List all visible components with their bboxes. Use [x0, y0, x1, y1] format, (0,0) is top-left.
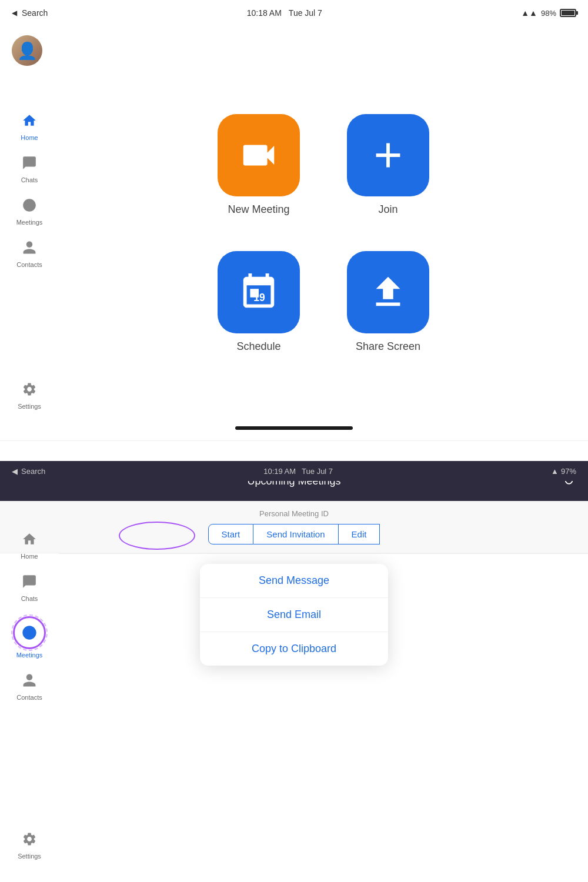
b-chats-label: Chats	[21, 595, 38, 602]
sidebar-item-settings[interactable]: Settings	[0, 375, 59, 417]
bottom-back-arrow: ◀	[12, 467, 18, 476]
join-label: Join	[378, 203, 397, 216]
battery-icon	[560, 9, 576, 17]
sidebar-b-settings[interactable]: Settings	[0, 824, 59, 867]
status-center: 10:18 AM Tue Jul 7	[247, 8, 322, 18]
screen-bottom: ◀ Search 10:19 AM Tue Jul 7 ▲ 97% Upcomi…	[0, 461, 588, 882]
sidebar-item-home[interactable]: Home	[0, 106, 59, 148]
sidebar-contacts-label: Contacts	[16, 261, 42, 268]
meetings-circle-annotation	[13, 616, 46, 649]
meeting-id-buttons: Start Send Invitation Edit	[71, 524, 517, 544]
bottom-date: Tue Jul 7	[302, 467, 333, 476]
edit-button[interactable]: Edit	[338, 524, 380, 544]
share-screen-label: Share Screen	[356, 340, 420, 353]
sidebar-b-contacts[interactable]: Contacts	[0, 666, 59, 708]
sidebar-chats-label: Chats	[21, 176, 38, 183]
meetings-icon	[22, 198, 37, 216]
meeting-id-section: Personal Meeting ID Start Send Invitatio…	[0, 501, 588, 553]
sidebar-b-meetings[interactable]: Meetings	[0, 609, 59, 666]
action-grid: New Meeting Join 19 Sc	[218, 114, 429, 353]
upload-icon	[368, 272, 409, 313]
sidebar-item-contacts[interactable]: Contacts	[0, 233, 59, 275]
sidebar-bottom-b: Settings	[0, 824, 59, 867]
calendar-icon: 19	[238, 272, 279, 313]
b-home-icon	[22, 532, 37, 550]
bottom-wifi-icon: ▲	[551, 467, 559, 476]
status-right: ▲▲ 98%	[521, 8, 576, 18]
sidebar-b-home[interactable]: Home	[0, 524, 59, 567]
avatar[interactable]	[12, 35, 42, 66]
camera-icon	[238, 135, 279, 176]
wifi-icon: ▲▲	[521, 8, 537, 18]
battery-pct: 98%	[541, 9, 556, 18]
schedule-label: Schedule	[236, 340, 280, 353]
status-left: ◀ Search	[12, 8, 48, 18]
bottom-back-label[interactable]: Search	[21, 467, 45, 476]
main-content-top: New Meeting Join 19 Sc	[59, 26, 588, 440]
bottom-status-left: ◀ Search	[12, 467, 45, 476]
join-icon-bg	[347, 114, 429, 196]
plus-icon	[368, 135, 409, 176]
status-bar-bottom: ◀ Search 10:19 AM Tue Jul 7 ▲ 97%	[0, 461, 588, 481]
status-date: Tue Jul 7	[289, 8, 322, 18]
new-meeting-icon-bg	[218, 114, 300, 196]
send-invitation-button[interactable]: Send Invitation	[253, 524, 338, 544]
schedule-button[interactable]: 19 Schedule	[218, 251, 300, 353]
avatar-image	[12, 35, 42, 66]
circle-annotation	[119, 522, 195, 550]
share-screen-button[interactable]: Share Screen	[347, 251, 429, 353]
send-message-item[interactable]: Send Message	[200, 564, 388, 598]
b-contacts-label: Contacts	[16, 694, 42, 701]
settings-icon	[22, 382, 37, 400]
sidebar-item-meetings[interactable]: Meetings	[0, 191, 59, 233]
b-meetings-icon	[21, 624, 38, 641]
sidebar-bottom-top: Settings	[0, 375, 59, 417]
bottom-battery: 97%	[561, 467, 576, 476]
start-button[interactable]: Start	[208, 524, 254, 544]
svg-text:19: 19	[253, 291, 265, 303]
b-meetings-label: Meetings	[16, 652, 43, 659]
sidebar-b-chats[interactable]: Chats	[0, 567, 59, 609]
sidebar-meetings-label: Meetings	[16, 219, 43, 226]
contacts-icon	[22, 240, 37, 259]
bottom-status-right: ▲ 97%	[551, 467, 576, 476]
b-home-label: Home	[21, 553, 38, 560]
b-contacts-icon	[22, 673, 37, 691]
sidebar-home-label: Home	[21, 134, 38, 141]
home-icon	[22, 113, 37, 132]
back-arrow-icon: ◀	[12, 9, 17, 17]
sidebar-settings-label: Settings	[18, 403, 41, 410]
sidebar-item-chats[interactable]: Chats	[0, 148, 59, 191]
b-settings-icon	[22, 831, 37, 850]
status-time: 10:18 AM	[247, 8, 282, 18]
join-button[interactable]: Join	[347, 114, 429, 216]
new-meeting-label: New Meeting	[228, 203, 289, 216]
copy-to-clipboard-item[interactable]: Copy to Clipboard	[200, 632, 388, 666]
home-indicator-top	[235, 426, 353, 430]
schedule-icon-bg: 19	[218, 251, 300, 333]
send-email-item[interactable]: Send Email	[200, 598, 388, 632]
divider	[59, 553, 588, 554]
b-chats-icon	[22, 574, 37, 593]
chats-icon	[22, 155, 37, 174]
personal-meeting-id-label: Personal Meeting ID	[259, 509, 329, 518]
meeting-id-area: Personal Meeting ID Start Send Invitatio…	[0, 501, 588, 553]
status-search-label[interactable]: Search	[22, 8, 48, 18]
share-screen-icon-bg	[347, 251, 429, 333]
b-settings-label: Settings	[18, 853, 41, 860]
status-bar-top: ◀ Search 10:18 AM Tue Jul 7 ▲▲ 98%	[0, 0, 588, 26]
screen-top: ◀ Search 10:18 AM Tue Jul 7 ▲▲ 98% Home	[0, 0, 588, 441]
dropdown-menu: Send Message Send Email Copy to Clipboar…	[200, 564, 388, 666]
bottom-status-center: 10:19 AM Tue Jul 7	[263, 467, 333, 476]
new-meeting-button[interactable]: New Meeting	[218, 114, 300, 216]
bottom-time: 10:19 AM	[263, 467, 296, 476]
